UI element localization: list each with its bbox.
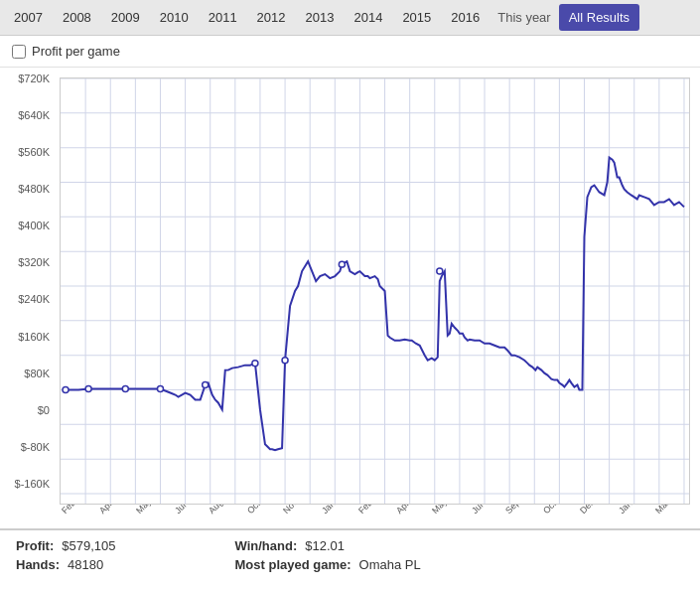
profit-value: $579,105 (62, 538, 115, 553)
x-label-oct2015: Oct 2015 (245, 505, 278, 515)
x-label-feb2016: Feb 2016 (356, 505, 390, 515)
tab-2016[interactable]: 2016 (441, 4, 490, 31)
x-label-oct2016: Oct 2016 (541, 505, 574, 515)
x-label-may2015: May 2015 (134, 505, 169, 515)
tab-this-year[interactable]: This year (490, 4, 558, 31)
x-axis: Feb 2015 Apr 2015 May 2015 Jul 2015 Aug … (60, 505, 690, 518)
chart-area: $720K $640K $560K $480K $400K $320K $240… (0, 68, 700, 529)
most-played-label: Most played game: (235, 557, 351, 572)
y-label-320k: $320K (0, 256, 55, 268)
left-stats: Profit: $579,105 Hands: 48180 (16, 538, 116, 572)
tab-2015[interactable]: 2015 (392, 4, 441, 31)
y-label-560k: $560K (0, 146, 55, 158)
profit-label: Profit: (16, 538, 54, 553)
x-label-may2016: May 2016 (430, 505, 465, 515)
stats-bar: Profit: $579,105 Hands: 48180 Win/hand: … (0, 529, 700, 580)
y-axis: $720K $640K $560K $480K $400K $320K $240… (0, 68, 55, 495)
tab-2011[interactable]: 2011 (199, 4, 247, 31)
x-label-jul2016: Jul 2016 (470, 505, 500, 515)
x-label-apr2015: Apr 2015 (97, 505, 130, 515)
y-label-0: $0 (0, 404, 55, 416)
tab-2013[interactable]: 2013 (296, 4, 345, 31)
data-point (63, 387, 69, 393)
profit-per-game-checkbox[interactable] (12, 45, 26, 59)
controls-bar: Profit per game (0, 36, 700, 68)
y-label-480k: $480K (0, 183, 55, 195)
data-point (282, 358, 288, 364)
tab-2010[interactable]: 2010 (150, 4, 199, 31)
tab-2012[interactable]: 2012 (247, 4, 296, 31)
chart-inner (60, 77, 690, 505)
chart-svg (61, 78, 689, 504)
x-label-sep2016: Sep 2016 (503, 505, 537, 515)
data-point (252, 361, 258, 367)
tab-2009[interactable]: 2009 (101, 4, 150, 31)
x-label-aug2015: Aug 2015 (207, 505, 240, 515)
hands-label: Hands: (16, 557, 60, 572)
x-label-jul2015: Jul 2015 (173, 505, 204, 515)
tab-bar: 2007 2008 2009 2010 2011 2012 2013 2014 … (0, 0, 700, 36)
tab-2007[interactable]: 2007 (4, 4, 53, 31)
x-label-feb2015: Feb 2015 (60, 505, 93, 515)
y-label-720k: $720K (0, 73, 55, 84)
profit-line (66, 158, 684, 451)
profit-row: Profit: $579,105 (16, 538, 116, 553)
data-point (437, 268, 443, 274)
y-label-minus80k: $-80K (0, 441, 55, 453)
hands-value: 48180 (68, 557, 103, 572)
win-hand-row: Win/hand: $12.01 (235, 538, 421, 553)
tab-2008[interactable]: 2008 (53, 4, 101, 31)
right-stats: Win/hand: $12.01 Most played game: Omaha… (235, 538, 421, 572)
y-label-minus160k: $-160K (0, 478, 55, 490)
most-played-value: Omaha PL (359, 557, 421, 572)
profit-per-game-label: Profit per game (32, 44, 120, 59)
x-label-mar2017: Mar 2017 (653, 505, 687, 515)
most-played-row: Most played game: Omaha PL (235, 557, 421, 572)
tab-all-results[interactable]: All Results (559, 4, 639, 31)
win-hand-label: Win/hand: (235, 538, 298, 553)
tab-2014[interactable]: 2014 (344, 4, 392, 31)
x-label-nov2015: Nov 2015 (281, 505, 315, 515)
data-point (203, 382, 209, 388)
y-label-400k: $400K (0, 220, 55, 231)
x-label-apr2016: Apr 2016 (394, 505, 427, 515)
hands-row: Hands: 48180 (16, 557, 116, 572)
data-point (122, 386, 128, 392)
data-point (85, 386, 91, 392)
y-label-240k: $240K (0, 293, 55, 305)
x-label-jan2016: Jan 2016 (320, 505, 352, 515)
profit-per-game-checkbox-label[interactable]: Profit per game (12, 44, 120, 59)
y-label-640k: $640K (0, 109, 55, 121)
win-hand-value: $12.01 (305, 538, 345, 553)
x-label-dec2016: Dec 2016 (578, 505, 612, 515)
data-point (339, 261, 345, 267)
y-label-160k: $160K (0, 331, 55, 343)
data-point (157, 386, 163, 392)
y-label-80k: $80K (0, 368, 55, 379)
x-label-jan2017: Jan 2017 (617, 505, 649, 515)
